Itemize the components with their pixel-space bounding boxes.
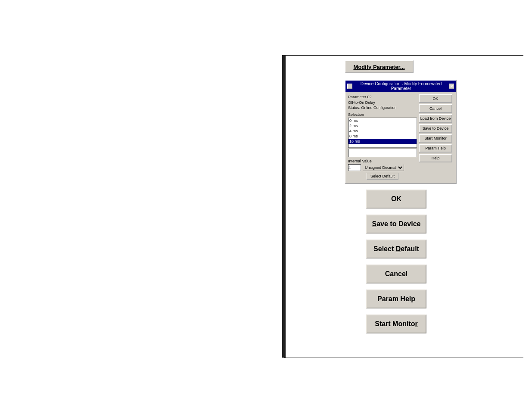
dialog-ok-button[interactable]: OK <box>419 94 452 103</box>
dialog-save-to-device-button[interactable]: Save to Device <box>419 124 452 133</box>
list-item-0ms[interactable]: 0 ms <box>348 118 417 123</box>
bottom-rule <box>284 358 523 358</box>
top-rule <box>284 26 523 26</box>
internal-value-row: Unsigned Decimal <box>348 164 417 171</box>
selection-label: Selection <box>348 112 417 117</box>
dialog-close-button[interactable]: ✕ <box>449 84 454 89</box>
dialog-right-panel: OK Cancel Load from Device Save to Devic… <box>419 94 453 181</box>
list-item-8ms[interactable]: 8 ms <box>348 134 417 139</box>
list-item-16ms[interactable]: 16 ms <box>348 139 417 144</box>
selection-listbox[interactable]: 0 ms 2 ms 4 ms 8 ms 16 ms <box>348 118 417 148</box>
param-line2: Off-to-On Delay <box>348 100 417 106</box>
internal-value-label: Internal Value <box>348 159 417 163</box>
dialog-cancel-button[interactable]: Cancel <box>419 104 452 113</box>
save-label: Save to Device <box>372 220 421 228</box>
start-monitor-button[interactable]: Start Monitor <box>366 314 426 333</box>
dialog-select-default-button[interactable]: Select Default <box>367 173 398 180</box>
param-line3: Status: Online Configuration <box>348 105 417 111</box>
modify-parameter-button[interactable]: Modify Parameter... <box>345 60 414 73</box>
left-bar <box>282 55 286 358</box>
dialog-param-help-button[interactable]: Param Help <box>419 144 452 153</box>
param-help-button[interactable]: Param Help <box>366 290 426 308</box>
mid-rule <box>284 55 523 56</box>
dialog-minimize-button[interactable]: _ <box>347 84 352 89</box>
start-monitor-label: Start Monitor <box>375 320 418 328</box>
dialog-titlebar: _ Device Configuration - Modify Enumerat… <box>345 81 456 92</box>
text-area[interactable] <box>348 149 417 157</box>
param-info: Parameter 02 Off-to-On Delay Status: Onl… <box>348 94 417 111</box>
select-default-label: Select Default <box>373 245 419 253</box>
dialog-load-from-device-button[interactable]: Load from Device <box>419 114 452 123</box>
internal-value-input[interactable] <box>348 164 361 171</box>
cancel-button[interactable]: Cancel <box>366 265 426 283</box>
save-to-device-button[interactable]: Save to Device <box>366 215 426 234</box>
dialog-body: Parameter 02 Off-to-On Delay Status: Onl… <box>345 92 456 183</box>
list-item-2ms[interactable]: 2 ms <box>348 123 417 128</box>
param-line1: Parameter 02 <box>348 94 417 100</box>
select-default-button[interactable]: Select Default <box>366 240 426 258</box>
dialog-start-monitor-button[interactable]: Start Monitor <box>419 134 452 143</box>
dialog-window: _ Device Configuration - Modify Enumerat… <box>345 80 457 184</box>
dialog-title: Device Configuration - Modify Enumerated… <box>353 81 449 91</box>
format-dropdown[interactable]: Unsigned Decimal <box>363 164 404 171</box>
dialog-left-panel: Parameter 02 Off-to-On Delay Status: Onl… <box>348 94 417 181</box>
list-item-4ms[interactable]: 4 ms <box>348 128 417 134</box>
ok-button[interactable]: OK <box>366 190 426 209</box>
dialog-help-button[interactable]: Help <box>419 154 452 162</box>
